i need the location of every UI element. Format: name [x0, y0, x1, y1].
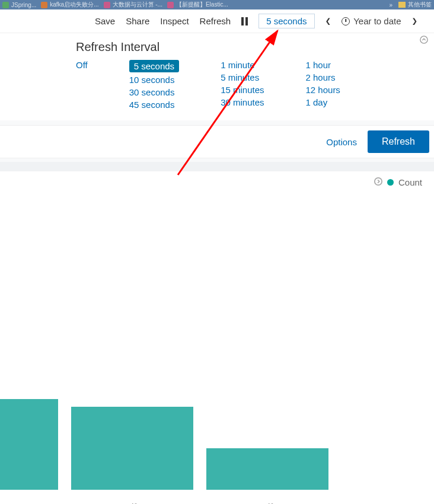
query-bar: Options Refresh — [0, 125, 434, 158]
chart-bar[interactable] — [71, 407, 193, 490]
svg-point-1 — [375, 178, 382, 185]
interval-45s[interactable]: 45 seconds — [129, 100, 175, 110]
refresh-button[interactable]: Refresh — [368, 130, 429, 153]
refresh-interval-button[interactable]: 5 seconds — [259, 14, 314, 28]
interval-1d[interactable]: 1 day — [306, 97, 328, 107]
interval-1m[interactable]: 1 minute — [221, 60, 255, 70]
bookmark-overflow[interactable]: » — [389, 2, 392, 8]
chart-bar[interactable] — [0, 399, 58, 490]
options-link[interactable]: Options — [326, 137, 357, 147]
browser-bookmark-bar: JSpring... kafka启动失败分... 大数据与云计算 -... 【新… — [0, 0, 434, 9]
spacer — [0, 162, 434, 171]
collapse-panel-icon[interactable] — [420, 36, 428, 46]
refresh-interval-title: Refresh Interval — [76, 40, 422, 54]
bookmark-item[interactable]: 大数据与云计算 -... — [104, 1, 162, 9]
bookmark-folder[interactable]: 其他书签 — [398, 1, 432, 9]
svg-point-0 — [420, 36, 427, 43]
chart-legend: Count — [0, 171, 434, 193]
interval-12h[interactable]: 12 hours — [306, 85, 340, 95]
legend-toggle-icon[interactable] — [374, 177, 382, 187]
bookmark-item[interactable]: JSpring... — [2, 2, 36, 8]
interval-5m[interactable]: 5 minutes — [221, 72, 259, 82]
save-link[interactable]: Save — [95, 16, 115, 26]
folder-icon — [398, 2, 406, 8]
time-next-button[interactable]: ❯ — [412, 15, 418, 27]
bookmark-item[interactable]: kafka启动失败分... — [41, 1, 98, 9]
bar-chart: 同安 同安 — [0, 193, 434, 504]
interval-10s[interactable]: 10 seconds — [129, 75, 175, 85]
interval-col-off: Off — [76, 60, 88, 110]
interval-col-hours: 1 hour 2 hours 12 hours 1 day — [306, 60, 340, 110]
interval-15m[interactable]: 15 minutes — [221, 85, 264, 95]
interval-col-minutes: 1 minute 5 minutes 15 minutes 30 minutes — [221, 60, 264, 110]
legend-label[interactable]: Count — [398, 177, 422, 187]
interval-off[interactable]: Off — [76, 60, 88, 70]
inspect-link[interactable]: Inspect — [160, 16, 189, 26]
interval-2h[interactable]: 2 hours — [306, 72, 336, 82]
kibana-topbar: Save Share Inspect Refresh 5 seconds ❮ Y… — [0, 9, 434, 33]
interval-5s[interactable]: 5 seconds — [129, 60, 179, 72]
refresh-link[interactable]: Refresh — [200, 16, 231, 26]
chart-bar[interactable] — [206, 448, 328, 490]
bookmark-item[interactable]: 【新提醒】Elastic... — [167, 1, 228, 9]
interval-col-seconds: 5 seconds 10 seconds 30 seconds 45 secon… — [129, 60, 179, 110]
share-link[interactable]: Share — [126, 16, 149, 26]
clock-icon — [342, 17, 350, 25]
interval-30s[interactable]: 30 seconds — [129, 87, 175, 97]
time-prev-button[interactable]: ❮ — [326, 15, 331, 27]
time-range-label: Year to date — [353, 16, 401, 26]
time-range-picker[interactable]: Year to date — [342, 16, 401, 26]
interval-1h[interactable]: 1 hour — [306, 60, 331, 70]
interval-30m[interactable]: 30 minutes — [221, 97, 264, 107]
legend-color-icon — [387, 179, 394, 186]
pause-icon[interactable] — [241, 17, 248, 25]
refresh-interval-panel: Refresh Interval Off 5 seconds 10 second… — [0, 33, 434, 120]
